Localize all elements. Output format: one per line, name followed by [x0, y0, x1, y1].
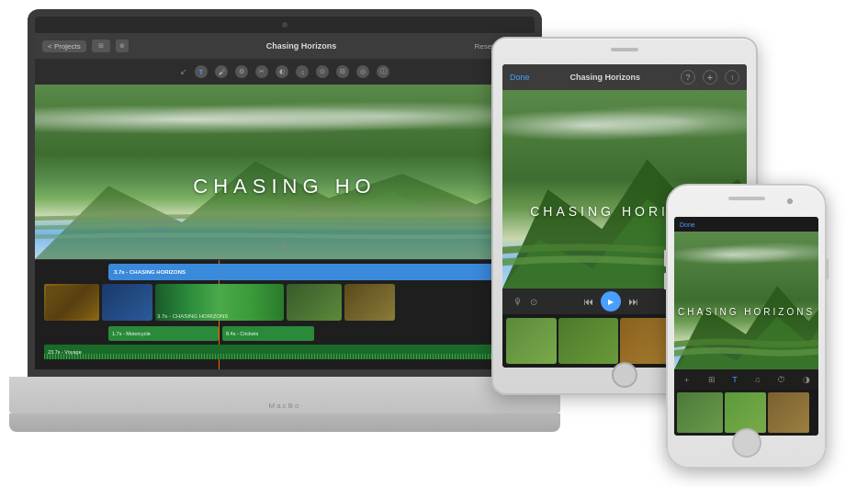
video-clip-5[interactable]: [344, 284, 395, 321]
ipad-add-button[interactable]: +: [703, 70, 717, 85]
video-clip-1[interactable]: [44, 284, 99, 321]
iphone-clip-1[interactable]: [677, 392, 723, 433]
ipad-home-button[interactable]: [612, 362, 637, 388]
info-icon[interactable]: ⓘ: [377, 65, 389, 78]
ipad-clip-1[interactable]: [506, 318, 557, 364]
iphone-plus-icon[interactable]: ＋: [682, 374, 691, 386]
iphone-filter-icon[interactable]: ◑: [803, 375, 810, 384]
imovie-app: < Projects ⊞ ⊕ Chasing Horizons Reset Al…: [35, 33, 535, 369]
audio-icon[interactable]: ♫: [296, 65, 309, 78]
stabilize-icon[interactable]: ⊟: [336, 65, 349, 78]
iphone-screen: Done CHASING HORIZONS: [674, 217, 818, 436]
laptop-device: < Projects ⊞ ⊕ Chasing Horizons Reset Al…: [28, 9, 542, 432]
color-icon[interactable]: ◐: [276, 65, 288, 78]
ipad-done-button[interactable]: Done: [510, 73, 530, 82]
iphone-home-button[interactable]: [732, 428, 761, 458]
laptop-bezel: [35, 17, 535, 33]
ipad-play-button[interactable]: ▶: [601, 291, 621, 311]
iphone-clip-2[interactable]: [725, 392, 766, 433]
iphone-landscape-bg: [674, 232, 818, 369]
ipad-speaker: [611, 48, 638, 51]
imovie-timeline: 3.7s - CHASING HORIZONS 3.: [35, 259, 535, 369]
iphone-speaker: [728, 197, 765, 200]
mic-icon: 🎙: [280, 242, 289, 252]
ipad-record-icon[interactable]: ⊙: [530, 297, 537, 307]
iphone-power-button: [826, 259, 829, 279]
iphone-camera: [787, 198, 793, 204]
iphone-volume-up: [664, 250, 667, 266]
brush-icon[interactable]: 🖌: [215, 65, 228, 78]
speed-icon[interactable]: ⊙: [316, 65, 329, 78]
iphone-done-button[interactable]: Done: [680, 221, 695, 228]
title-track[interactable]: 3.7s - CHASING HORIZONS: [108, 264, 516, 280]
ipad-clouds: [502, 106, 747, 145]
audio-track-1[interactable]: 1.7s - Motorcycle: [108, 326, 219, 341]
ipad-skip-back-button[interactable]: ⏮: [583, 296, 593, 307]
audio-track-3[interactable]: 23.7s - Voyage: [44, 345, 525, 359]
iphone-music-icon[interactable]: ♫: [754, 375, 761, 384]
imovie-toolbar: < Projects ⊞ ⊕ Chasing Horizons Reset Al…: [35, 33, 535, 59]
crop-icon[interactable]: ✂: [255, 65, 268, 78]
video-clip-3[interactable]: 3.7s - CHASING HORIZONS: [155, 284, 284, 321]
laptop-keyboard: MacBo: [9, 377, 560, 413]
preview-background: [35, 85, 535, 259]
ipad-toolbar-icons: ? + ↑: [681, 70, 739, 85]
iphone-mountain-svg: [674, 273, 818, 369]
iphone-clouds: [674, 243, 818, 267]
iphone-preview-title: CHASING HORIZONS: [678, 307, 815, 317]
iphone-clip-icon[interactable]: ⊞: [708, 375, 716, 384]
laptop-brand: MacBo: [269, 402, 301, 410]
laptop-camera: [282, 22, 287, 28]
ipad-help-button[interactable]: ?: [681, 70, 695, 85]
noise-icon[interactable]: ◎: [356, 65, 369, 78]
ipad-skip-forward-button[interactable]: ⏭: [628, 296, 638, 307]
cloud-layer: [35, 102, 535, 137]
laptop-screen: < Projects ⊞ ⊕ Chasing Horizons Reset Al…: [28, 9, 542, 377]
audio-track-2[interactable]: 8.4s - Crickets: [222, 326, 314, 341]
video-clip-4[interactable]: [287, 284, 342, 321]
ipad-left-controls: 🎙 ⊙: [513, 297, 537, 307]
ipad-clip-2[interactable]: [558, 318, 618, 364]
laptop-foot: [9, 413, 560, 432]
iphone-body: Done CHASING HORIZONS: [666, 184, 827, 469]
laptop-preview-title: CHASING HO: [193, 175, 376, 198]
iphone-toolbar: Done: [674, 217, 818, 232]
iphone-clip-3[interactable]: [768, 392, 809, 433]
iphone-controls: ＋ ⊞ T ♫ ⏱ ◑: [674, 369, 818, 390]
video-track: 3.7s - CHASING HORIZONS: [44, 284, 525, 321]
imovie-title: Chasing Horizons: [134, 41, 469, 51]
text-icon[interactable]: T: [195, 65, 208, 78]
settings-icon[interactable]: ⚙: [235, 65, 248, 78]
iphone-volume-down: [664, 273, 667, 289]
ipad-toolbar: Done Chasing Horizons ? + ↑: [502, 64, 747, 90]
video-clip-2[interactable]: [102, 284, 152, 321]
ipad-mic-icon[interactable]: 🎙: [513, 297, 523, 307]
ipad-playback-controls: ⏮ ▶ ⏭: [583, 291, 638, 311]
imovie-preview: CHASING HO 🎙: [35, 85, 535, 259]
laptop-base: MacBo: [9, 377, 560, 432]
iphone-text-icon[interactable]: T: [732, 375, 738, 384]
scene: < Projects ⊞ ⊕ Chasing Horizons Reset Al…: [0, 0, 868, 487]
ipad-title: Chasing Horizons: [530, 73, 681, 82]
iphone-device: Done CHASING HORIZONS: [666, 184, 827, 469]
audio-waveform: [44, 354, 525, 359]
iphone-preview: CHASING HORIZONS: [674, 232, 818, 369]
projects-button[interactable]: < Projects: [42, 40, 86, 52]
clip-label-3: 3.7s - CHASING HORIZONS: [157, 313, 228, 319]
imovie-icons-row: ↙ T 🖌 ⚙ ✂ ◐ ♫ ⊙ ⊟ ◎ ⓘ: [35, 59, 535, 85]
ipad-share-button[interactable]: ↑: [725, 70, 739, 85]
iphone-speed-icon[interactable]: ⏱: [777, 375, 785, 384]
